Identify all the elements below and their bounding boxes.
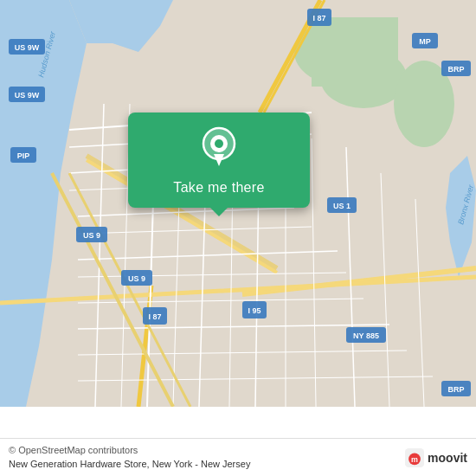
map-container: US 9W US 9W US 9 US 9 US 1 I 87 I 87 I 9…: [0, 0, 476, 476]
store-name-text: New Generation Hardware Store, New York …: [9, 459, 250, 469]
take-me-there-button[interactable]: Take me there: [173, 180, 264, 196]
svg-text:I 87: I 87: [312, 14, 325, 23]
svg-text:US 9: US 9: [83, 231, 100, 240]
svg-text:NY 885: NY 885: [353, 331, 379, 340]
svg-text:US 9W: US 9W: [15, 43, 40, 52]
location-pin-icon: [196, 126, 241, 171]
svg-text:MP: MP: [419, 37, 431, 46]
svg-text:PIP: PIP: [17, 151, 30, 160]
moovit-logo-text: moovit: [428, 451, 467, 465]
popup-card: Take me there: [128, 113, 310, 208]
svg-text:US 1: US 1: [333, 202, 351, 210]
moovit-icon: m: [405, 448, 424, 467]
svg-text:I 95: I 95: [248, 306, 261, 315]
attribution-text: © OpenStreetMap contributors: [9, 444, 405, 457]
openstreetmap-attribution: © OpenStreetMap contributors: [9, 445, 138, 455]
svg-text:m: m: [411, 454, 418, 463]
svg-text:I 87: I 87: [148, 312, 161, 321]
svg-rect-5: [312, 17, 398, 87]
bottom-bar: © OpenStreetMap contributors New Generat…: [0, 438, 476, 476]
svg-marker-72: [214, 154, 224, 166]
svg-text:BRP: BRP: [447, 385, 464, 394]
svg-point-71: [215, 139, 223, 148]
svg-text:US 9W: US 9W: [15, 91, 40, 100]
store-name: New Generation Hardware Store, New York …: [9, 458, 405, 471]
svg-text:BRP: BRP: [447, 65, 464, 74]
moovit-logo: m moovit: [405, 448, 467, 467]
svg-text:US 9: US 9: [128, 274, 145, 283]
